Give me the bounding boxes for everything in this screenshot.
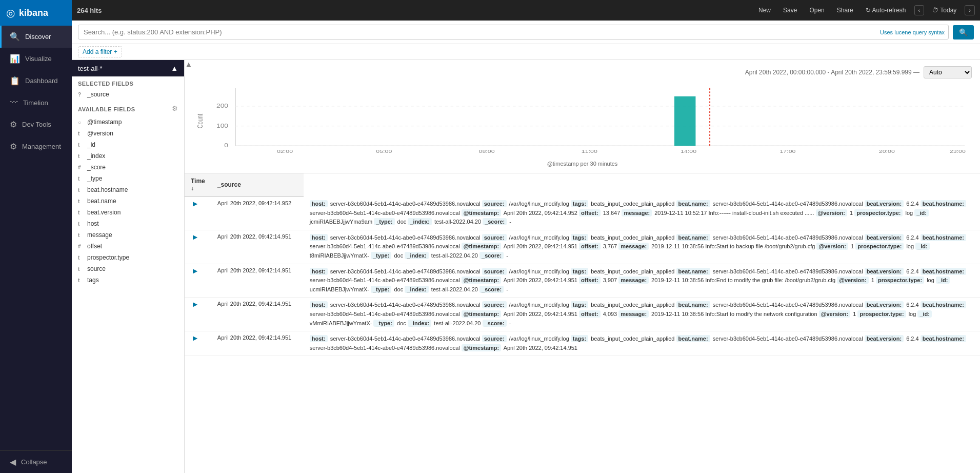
sidebar-item-timelion[interactable]: 〰 Timelion	[0, 92, 72, 113]
expand-row-button[interactable]: ▶	[191, 334, 199, 342]
lucene-link[interactable]: Uses lucene query syntax	[880, 29, 945, 35]
auto-refresh-button[interactable]: ↻ Auto-refresh	[862, 5, 910, 16]
share-button[interactable]: Share	[833, 5, 857, 16]
svg-text:20:00: 20:00	[879, 148, 895, 153]
source-value: beats_input_codec_plain_applied	[589, 234, 676, 241]
results-area: Time ↓ _source ▶April 20th 2022, 09:42:1…	[185, 173, 980, 473]
source-value: jcmiRIABEBJjjwYma9am	[310, 219, 374, 225]
expand-row-button[interactable]: ▶	[191, 233, 199, 241]
source-value: 2019-12-11 10:52:17 Info:------ install-…	[653, 210, 815, 216]
source-value: doc	[392, 286, 405, 292]
sidebar-item-devtools[interactable]: ⚙ Dev Tools	[0, 113, 72, 135]
prev-time-button[interactable]: ‹	[914, 5, 925, 15]
source-key: @version:	[837, 277, 869, 284]
source-value: server-b3cb60d4-5eb1-414c-abe0-e47489d53…	[310, 345, 462, 351]
field-name: _id	[87, 141, 95, 148]
sidebar-collapse[interactable]: ◀ Collapse	[0, 451, 72, 473]
available-field-item[interactable]: tbeat.version	[72, 207, 184, 218]
chart-controls: April 20th 2022, 00:00:00.000 - April 20…	[193, 66, 972, 78]
source-key: @version:	[819, 310, 851, 318]
source-key: prospector.type:	[876, 277, 924, 284]
source-key: _type:	[371, 252, 391, 259]
source-key: _index:	[408, 320, 432, 327]
source-value: -	[505, 252, 508, 259]
field-type-badge: t	[78, 176, 84, 182]
source-key: beat.hostname:	[921, 200, 966, 207]
available-field-item[interactable]: t@version	[72, 128, 184, 139]
available-field-item[interactable]: ○@timestamp	[72, 116, 184, 128]
source-key: host:	[310, 200, 328, 207]
source-value: 6.2.4	[905, 336, 921, 342]
sidebar-item-management[interactable]: ⚙ Management	[0, 135, 72, 157]
field-name: offset	[87, 243, 102, 250]
collapse-chart-button[interactable]: ▲	[185, 60, 193, 69]
source-value: server-b3cb60d4-5eb1-414c-abe0-e47489d53…	[711, 201, 865, 207]
selected-field-source[interactable]: ? _source	[72, 89, 184, 100]
table-row: ▶April 20th 2022, 09:42:14.952host: serv…	[185, 196, 980, 230]
source-key: @timestamp:	[462, 243, 501, 250]
panel-collapse-button[interactable]: ▲	[171, 64, 178, 72]
field-name: beat.hostname	[87, 186, 128, 193]
sidebar-item-label: Management	[22, 143, 61, 150]
expand-row-button[interactable]: ▶	[191, 200, 199, 207]
save-button[interactable]: Save	[779, 5, 801, 16]
field-name: beat.version	[87, 209, 121, 216]
source-value: April 20th 2022, 09:42:14.951	[502, 345, 577, 351]
source-key: message:	[618, 277, 649, 284]
source-value: log	[905, 243, 915, 249]
main-panel: ▲ April 20th 2022, 00:00:00.000 - April …	[185, 60, 980, 473]
source-key: tags:	[571, 301, 588, 308]
source-value: /var/log/linux_modify.log	[508, 234, 571, 241]
expand-row-button[interactable]: ▶	[191, 301, 199, 308]
available-field-item[interactable]: tsource	[72, 263, 184, 274]
svg-text:100: 100	[216, 123, 228, 129]
source-value: /var/log/linux_modify.log	[508, 302, 571, 308]
source-cell: host: server-b3cb60d4-5eb1-414c-abe0-e47…	[304, 331, 980, 356]
source-key: @timestamp:	[462, 277, 501, 284]
source-value: doc	[395, 320, 408, 326]
source-key: beat.name:	[676, 335, 710, 342]
new-button[interactable]: New	[754, 5, 775, 16]
source-key: beat.name:	[676, 268, 710, 275]
source-key: _index:	[405, 286, 429, 293]
available-field-item[interactable]: thost	[72, 218, 184, 229]
open-button[interactable]: Open	[805, 5, 828, 16]
fields-gear-button[interactable]: ⚙	[172, 105, 178, 112]
source-key: message:	[618, 310, 649, 318]
available-field-item[interactable]: t_type	[72, 173, 184, 184]
sidebar-item-visualize[interactable]: 📊 Visualize	[0, 48, 72, 70]
source-key: host:	[310, 335, 328, 342]
table-row: ▶April 20th 2022, 09:42:14.951host: serv…	[185, 264, 980, 298]
available-field-item[interactable]: t_index	[72, 150, 184, 162]
svg-text:Count: Count	[196, 113, 205, 128]
source-value: beats_input_codec_plain_applied	[589, 302, 676, 308]
available-field-item[interactable]: tbeat.hostname	[72, 184, 184, 195]
search-button[interactable]: 🔍	[953, 25, 974, 40]
next-time-button[interactable]: ›	[965, 5, 975, 15]
source-key: _type:	[373, 320, 394, 327]
source-value: 2019-12-11 10:38:56 Info:Start to backup…	[650, 243, 816, 249]
interval-select[interactable]: Auto Millisecond Second Minute Hour Day	[924, 66, 972, 78]
source-key: source:	[482, 234, 507, 241]
search-bar: Uses lucene query syntax 🔍	[72, 21, 980, 44]
available-field-item[interactable]: #offset	[72, 241, 184, 252]
field-name: beat.name	[87, 198, 116, 205]
today-button[interactable]: ⏱ Today	[928, 5, 961, 16]
available-field-item[interactable]: tmessage	[72, 229, 184, 241]
search-input[interactable]	[78, 25, 949, 40]
content-area: test-all-* ▲ Selected Fields ? _source A…	[72, 60, 980, 473]
source-value: log	[907, 311, 918, 317]
available-field-item[interactable]: ttags	[72, 274, 184, 286]
field-type-badge: t	[78, 131, 84, 136]
source-key: prospector.type:	[857, 310, 906, 318]
available-field-item[interactable]: tbeat.name	[72, 195, 184, 207]
sidebar-item-discover[interactable]: 🔍 Discover	[0, 26, 72, 48]
source-key: tags:	[571, 234, 588, 241]
expand-row-button[interactable]: ▶	[191, 267, 199, 274]
add-filter-button[interactable]: Add a filter +	[78, 46, 122, 57]
sidebar-item-dashboard[interactable]: 📋 Dashboard	[0, 70, 72, 92]
available-field-item[interactable]: t_id	[72, 139, 184, 150]
available-field-item[interactable]: tprospector.type	[72, 252, 184, 263]
svg-text:0: 0	[224, 143, 228, 149]
available-field-item[interactable]: #_score	[72, 162, 184, 173]
